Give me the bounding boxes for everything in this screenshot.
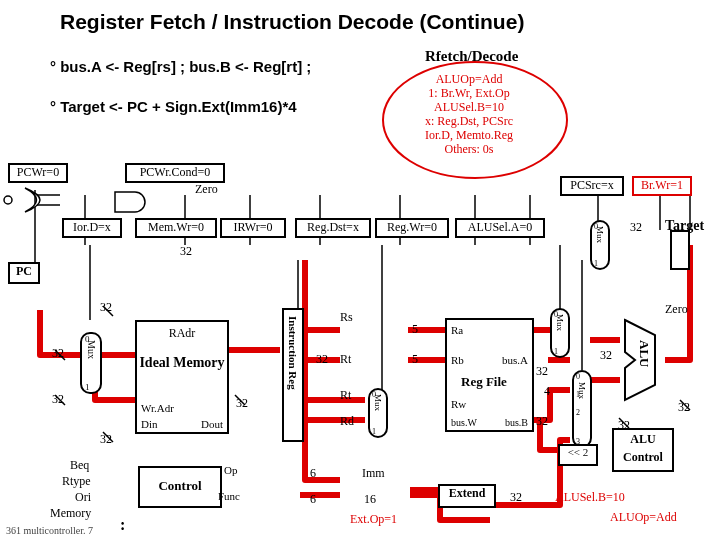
instruction-reg-block: Instruction Reg [282, 308, 304, 442]
mux-pc-1: 1 [594, 259, 598, 268]
callout-l1: ALUOp=Add [436, 72, 503, 86]
pc-block: PC [8, 262, 40, 284]
ideal-label: Ideal Memory [137, 355, 227, 371]
n4-1: 4 [544, 384, 550, 399]
mux-iord: Mux 0 1 [80, 332, 102, 394]
rb-label: Rb [451, 354, 464, 366]
mux-1: 1 [85, 382, 90, 392]
n32-14: 32 [510, 490, 522, 505]
sig-irwr: IRWr=0 [220, 218, 286, 238]
sig-iord: Ior.D=x [62, 218, 122, 238]
n6-2: 6 [310, 492, 316, 507]
n32-12: 32 [536, 414, 548, 429]
mux-alusela: Mux 0 1 [550, 308, 570, 358]
left-rtype: Rtype [62, 474, 91, 489]
rfetch-heading: Rfetch/Decode [425, 48, 518, 65]
busa-label: bus.A [502, 354, 528, 366]
sig-pcsrc: PCSrc=x [560, 176, 624, 196]
n32-11: 32 [536, 364, 548, 379]
rs-label: Rs [340, 310, 353, 325]
wradr-label: Wr.Adr [141, 402, 174, 414]
page-title: Register Fetch / Instruction Decode (Con… [60, 10, 524, 34]
svg-point-25 [4, 196, 12, 204]
n32-5: 32 [100, 432, 112, 447]
n32-10: 32 [678, 400, 690, 415]
n5-2: 5 [412, 352, 418, 367]
sig-alusela: ALUSel.A=0 [455, 218, 545, 238]
n32-9: 32 [600, 348, 612, 363]
func-label: Func [218, 490, 240, 502]
radr-label: RAdr [137, 326, 227, 341]
mux-regdst: Mux 0 1 [368, 388, 388, 438]
imm-label: Imm [362, 466, 385, 481]
mux-pcsrc: Mux 0 1 [590, 220, 610, 270]
sig-pcwr: PCWr=0 [8, 163, 68, 183]
mux-0: 0 [85, 334, 90, 344]
rd-label: Rd [340, 414, 354, 429]
n6-1: 6 [310, 466, 316, 481]
sig-zero: Zero [195, 182, 218, 197]
n32-2: 32 [100, 300, 112, 315]
line-busa: ° bus.A <- Reg[rs] ; bus.B <- Reg[rt] ; [50, 58, 311, 75]
shift-block: << 2 [558, 444, 598, 466]
rw-label: Rw [451, 398, 466, 410]
left-ori: Ori [75, 490, 91, 505]
n32-13: 32 [618, 418, 630, 433]
callout-l3: ALUSel.B=10 [434, 100, 504, 114]
din-label: Din [141, 418, 158, 430]
n16-1: 16 [364, 492, 376, 507]
mux-b-1: 1 [576, 390, 580, 399]
mux-aluselb: Mux 0 1 2 3 [572, 370, 592, 448]
mux-b-2: 2 [576, 408, 580, 417]
mux-pc-0: 0 [594, 222, 598, 231]
mux-b-0: 0 [576, 372, 580, 381]
n32-6: 32 [236, 396, 248, 411]
op-label: Op [224, 464, 237, 476]
mux-rd-0: 0 [372, 390, 376, 399]
mux-a-1: 1 [554, 347, 558, 356]
alu-control-block: ALU Control [612, 428, 674, 472]
control-block: Control [138, 466, 222, 508]
callout-l4: x: Reg.Dst, PCSrc [425, 114, 513, 128]
left-memory: Memory [50, 506, 91, 521]
busw-label: bus.W [451, 417, 477, 428]
sig-brwr: Br.Wr=1 [632, 176, 692, 196]
callout-l2: 1: Br.Wr, Ext.Op [428, 86, 509, 100]
alu-label: ALU [636, 340, 652, 367]
n32-3: 32 [52, 346, 64, 361]
callout-l5: Ior.D, Memto.Reg [425, 128, 513, 142]
regfile-block: Ra Rb bus.A Reg File Rw bus.W bus.B [445, 318, 534, 432]
ireg-label: Instruction Reg [287, 316, 299, 390]
left-beq: Beq [70, 458, 89, 473]
rt-label-2: Rt [340, 388, 351, 403]
sig-regdst: Reg.Dst=x [295, 218, 371, 238]
callout-l6: Others: 0s [445, 142, 494, 156]
n32-7: 32 [316, 352, 328, 367]
ideal-memory-block: RAdr Ideal Memory Wr.Adr Din Dout [135, 320, 229, 434]
footer-text: 361 multicontroller. 7 [6, 525, 93, 536]
left-colon: : [120, 516, 125, 534]
sig-aluop: ALUOp=Add [610, 510, 677, 525]
busb-label: bus.B [505, 417, 528, 428]
line-target: ° Target <- PC + Sign.Ext(Imm16)*4 [50, 98, 297, 115]
ra-label: Ra [451, 324, 463, 336]
zero-output: Zero [665, 302, 688, 317]
n32-4: 32 [52, 392, 64, 407]
mux-rd-1: 1 [372, 427, 376, 436]
n32-8: 32 [630, 220, 642, 235]
sig-extop: Ext.Op=1 [350, 512, 397, 527]
extend-block: Extend [438, 484, 496, 508]
sig-aluselb: ALUSel.B=10 [555, 490, 625, 505]
rt-label: Rt [340, 352, 351, 367]
dout-label: Dout [201, 418, 223, 430]
regfile-label: Reg File [461, 374, 507, 390]
callout-bubble: ALUOp=Add 1: Br.Wr, Ext.Op ALUSel.B=10 x… [425, 72, 513, 156]
target-reg [670, 230, 690, 270]
n5-1: 5 [412, 322, 418, 337]
mux-a-0: 0 [554, 310, 558, 319]
sig-pcwrcond: PCWr.Cond=0 [125, 163, 225, 183]
sig-memwr: Mem.Wr=0 [135, 218, 217, 238]
n32-1: 32 [180, 244, 192, 259]
sig-regwr: Reg.Wr=0 [375, 218, 449, 238]
